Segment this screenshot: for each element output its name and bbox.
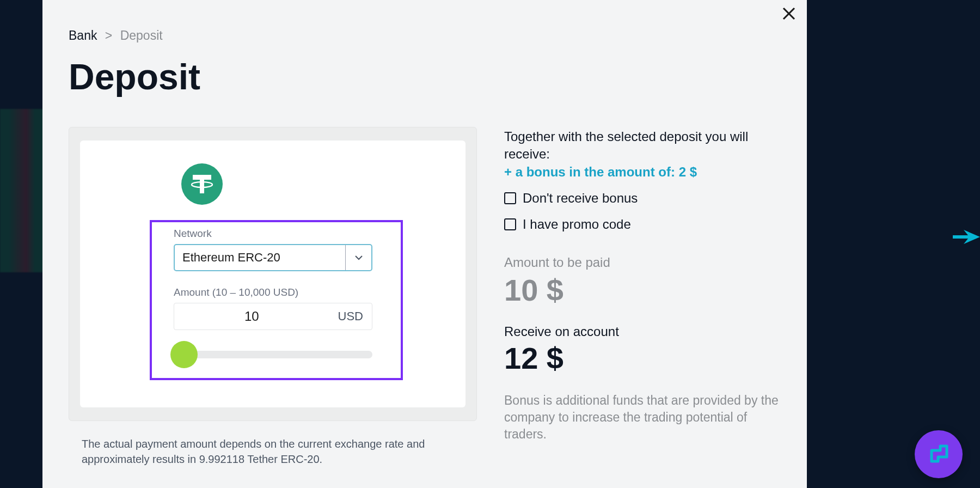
receive-label: Receive on account xyxy=(504,324,779,339)
no-bonus-checkbox[interactable] xyxy=(504,192,516,204)
deposit-card: Network Ethereum ERC-20 Amount (10 – 10,… xyxy=(80,141,465,407)
background-arrow xyxy=(953,229,980,245)
chevron-down-icon xyxy=(345,245,371,270)
bonus-amount: 2 $ xyxy=(679,164,697,179)
amount-slider[interactable] xyxy=(174,341,372,368)
network-label: Network xyxy=(174,228,379,240)
close-button[interactable] xyxy=(781,5,797,22)
breadcrumb: Bank > Deposit xyxy=(42,0,807,43)
svg-rect-3 xyxy=(200,175,204,193)
bonus-together-text: Together with the selected deposit you w… xyxy=(504,128,779,163)
promo-checkbox[interactable] xyxy=(504,218,516,230)
promo-label: I have promo code xyxy=(523,217,631,232)
promo-checkbox-row[interactable]: I have promo code xyxy=(504,217,779,232)
breadcrumb-separator: > xyxy=(105,28,112,42)
page-title: Deposit xyxy=(42,43,807,97)
amount-paid-label: Amount to be paid xyxy=(504,255,779,270)
deposit-modal: Bank > Deposit Deposit Network xyxy=(42,0,807,488)
amount-paid-value: 10 $ xyxy=(504,272,779,308)
slider-handle[interactable] xyxy=(170,341,198,368)
tether-icon xyxy=(181,163,223,205)
exchange-rate-note: The actual payment amount depends on the… xyxy=(69,421,477,467)
bonus-prefix: + a bonus in the amount of: xyxy=(504,164,679,179)
breadcrumb-root[interactable]: Bank xyxy=(69,28,97,42)
amount-value: 10 xyxy=(174,309,329,324)
help-fab-button[interactable] xyxy=(915,430,963,478)
background-chart xyxy=(0,109,44,272)
slider-track xyxy=(178,351,372,358)
bonus-note: Bonus is additional funds that are provi… xyxy=(504,392,779,443)
amount-label: Amount (10 – 10,000 USD) xyxy=(174,286,379,298)
amount-input[interactable]: 10 USD xyxy=(174,303,372,330)
breadcrumb-current: Deposit xyxy=(120,28,163,42)
highlighted-form-area: Network Ethereum ERC-20 Amount (10 – 10,… xyxy=(150,220,403,380)
no-bonus-label: Don't receive bonus xyxy=(523,191,638,206)
amount-currency: USD xyxy=(329,309,372,324)
receive-value: 12 $ xyxy=(504,340,779,376)
network-select[interactable]: Ethereum ERC-20 xyxy=(174,244,372,271)
network-value: Ethereum ERC-20 xyxy=(175,251,345,265)
bonus-amount-line: + a bonus in the amount of: 2 $ xyxy=(504,164,779,180)
no-bonus-checkbox-row[interactable]: Don't receive bonus xyxy=(504,191,779,206)
deposit-card-outer: Network Ethereum ERC-20 Amount (10 – 10,… xyxy=(69,127,477,421)
